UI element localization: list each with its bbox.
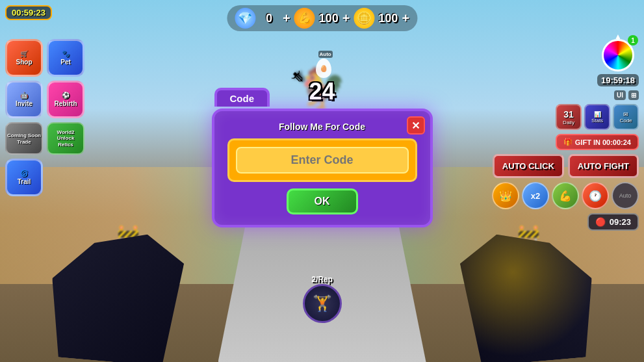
rep-indicator: 2/Rep 🏋️: [303, 275, 342, 323]
trail-icon: 🌀: [20, 170, 28, 177]
gift-banner[interactable]: 🎁 GIFT IN 00:00:24: [556, 134, 639, 150]
auto-label: Auto: [318, 51, 333, 58]
daily-label: Daily: [563, 120, 574, 125]
clock-button[interactable]: 🕐: [582, 182, 609, 209]
pet-label: Pet: [60, 58, 71, 66]
code-close-button[interactable]: ✕: [407, 116, 425, 135]
rep-label: 2/Rep: [311, 275, 333, 284]
trail-label: Trail: [18, 178, 31, 185]
code-input[interactable]: [236, 147, 409, 174]
world-unlock-button[interactable]: World2 Unlock Relics: [47, 122, 84, 155]
stats-icon: 📊: [594, 111, 601, 118]
strength-plus[interactable]: +: [342, 11, 350, 26]
ui-label: UI: [614, 90, 626, 100]
strength-powerup-button[interactable]: 💪: [552, 182, 579, 209]
strength-value: 100: [319, 12, 339, 25]
coin-value: 100: [378, 12, 398, 25]
shop-pet-row: 🛒 Shop 🐾 Pet: [5, 39, 84, 77]
invite-icon: 🤖: [20, 92, 28, 99]
daily-button[interactable]: 31 Daily: [556, 104, 582, 130]
rebirth-button[interactable]: ⚽ Rebirth: [47, 81, 84, 118]
shop-icon: 🛒: [20, 50, 28, 57]
code-input-wrapper: [227, 138, 417, 182]
ui-icon: ⊞: [628, 90, 639, 100]
world-label: World2 Unlock: [48, 129, 83, 141]
pet-button[interactable]: 🐾 Pet: [47, 39, 84, 77]
auto-buttons-row: AUTO CLICK AUTO FIGHT: [493, 154, 639, 178]
rebirth-icon: ⚽: [62, 92, 70, 99]
timer-topleft: 00:59:23: [5, 5, 52, 20]
left-sidebar: 🛒 Shop 🐾 Pet 🤖 Invite ⚽ Rebirth Coming S…: [5, 39, 84, 196]
egg-icon: 🥚: [316, 58, 331, 78]
code-subtitle: Follow Me For Code: [227, 122, 417, 132]
diamond-plus[interactable]: +: [283, 11, 290, 26]
auto-powerup-button[interactable]: Auto: [612, 182, 639, 209]
coming-soon-button[interactable]: Coming Soon Trade: [5, 122, 43, 155]
shop-label: Shop: [16, 58, 32, 66]
relic-label: Relics: [58, 142, 73, 148]
right-icons-row: 31 Daily 📊 Stats ✉ Code: [556, 104, 639, 130]
code-button[interactable]: ✉ Code: [613, 104, 639, 130]
x2-icon: x2: [531, 191, 540, 201]
notification-badge: 1: [628, 35, 638, 45]
invite-label: Invite: [16, 100, 32, 107]
code-icon: ✉: [623, 111, 628, 118]
x2-button[interactable]: x2: [522, 182, 549, 209]
timer-topright: 19:59:18: [597, 74, 639, 86]
code-modal: Code ✕ Follow Me For Code OK: [212, 109, 433, 227]
rebirth-label: Rebirth: [55, 100, 77, 107]
pet-icon: 🐾: [62, 50, 70, 57]
auto-pu-icon: Auto: [619, 192, 632, 199]
strength-pu-icon: 💪: [559, 190, 572, 202]
timer-icon: 🔴: [595, 217, 606, 227]
code-ok-button[interactable]: OK: [287, 188, 358, 214]
rep-icon: 🏋️: [303, 284, 342, 323]
shop-button[interactable]: 🛒 Shop: [5, 39, 43, 77]
gift-icon: 🎁: [563, 138, 573, 146]
auto-click-button[interactable]: AUTO CLICK: [493, 154, 564, 178]
daily-icon: 31: [563, 109, 574, 120]
coming-label: Coming Soon: [7, 133, 41, 138]
timer-value: 09:23: [610, 217, 631, 227]
diamond-value: 0: [259, 12, 279, 25]
left-hand: [45, 227, 187, 362]
invite-button[interactable]: 🤖 Invite: [5, 81, 43, 118]
vip-icon: 👑: [499, 190, 512, 202]
center-number: 24: [309, 78, 335, 105]
coin-plus[interactable]: +: [402, 11, 409, 26]
auto-fight-button[interactable]: AUTO FIGHT: [568, 154, 639, 178]
vip-button[interactable]: 👑: [492, 182, 519, 209]
coin-icon: 🪙: [354, 8, 374, 29]
bottom-timer: 🔴 09:23: [587, 213, 639, 231]
powerup-row: 👑 x2 💪 🕐 Auto: [492, 182, 639, 209]
code-label: Code: [619, 118, 632, 123]
stats-button[interactable]: 📊 Stats: [584, 104, 610, 130]
gift-label: GIFT IN 00:00:24: [575, 138, 631, 146]
top-hud: 💎 0 + 💪 100 + 🪙 100 +: [227, 5, 417, 31]
trade-label: Trade: [17, 139, 31, 145]
right-sidebar: 1 19:59:18 UI ⊞ 31 Daily 📊 Stats ✉ Code …: [492, 39, 639, 231]
right-hand: [457, 227, 599, 362]
clock-icon: 🕐: [589, 190, 602, 202]
trail-row: 🌀 Trail: [5, 159, 84, 196]
diamond-icon: 💎: [235, 8, 255, 29]
stats-label: Stats: [591, 118, 603, 123]
strength-icon: 💪: [294, 8, 315, 29]
trail-button[interactable]: 🌀 Trail: [5, 159, 43, 196]
code-modal-tab: Code: [214, 88, 270, 107]
trade-world-row: Coming Soon Trade World2 Unlock Relics: [5, 122, 84, 155]
invite-rebirth-row: 🤖 Invite ⚽ Rebirth: [5, 81, 84, 118]
